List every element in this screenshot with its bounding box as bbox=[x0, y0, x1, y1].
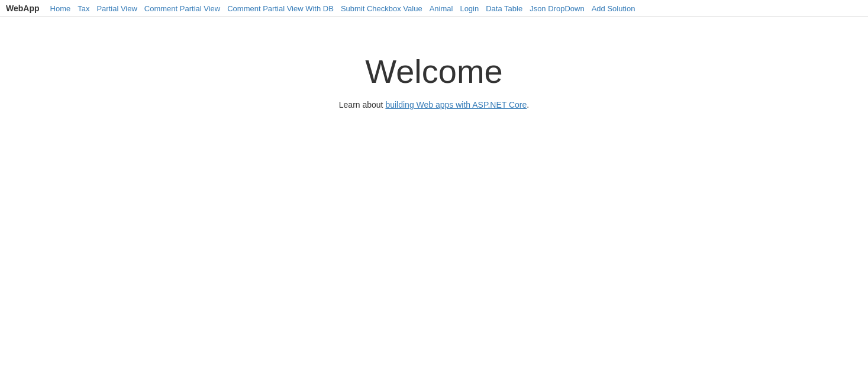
nav-links: HomeTaxPartial ViewComment Partial ViewC… bbox=[47, 4, 639, 13]
subtext-after: . bbox=[527, 100, 529, 109]
nav-link-add-solution[interactable]: Add Solution bbox=[592, 4, 635, 13]
nav-link-submit-checkbox-value[interactable]: Submit Checkbox Value bbox=[341, 4, 422, 13]
nav-link-login[interactable]: Login bbox=[460, 4, 479, 13]
nav-link-json-dropdown[interactable]: Json DropDown bbox=[530, 4, 585, 13]
nav-brand[interactable]: WebApp bbox=[6, 4, 40, 13]
nav-link-data-table[interactable]: Data Table bbox=[486, 4, 522, 13]
welcome-heading: Welcome bbox=[365, 52, 502, 91]
nav-link-comment-partial-view[interactable]: Comment Partial View bbox=[144, 4, 220, 13]
nav-link-home[interactable]: Home bbox=[50, 4, 71, 13]
nav-link-tax[interactable]: Tax bbox=[78, 4, 89, 13]
welcome-subtext: Learn about building Web apps with ASP.N… bbox=[339, 100, 529, 109]
nav-link-animal[interactable]: Animal bbox=[430, 4, 453, 13]
navbar: WebApp HomeTaxPartial ViewComment Partia… bbox=[0, 0, 868, 17]
main-content: Welcome Learn about building Web apps wi… bbox=[0, 17, 868, 109]
subtext-before: Learn about bbox=[339, 100, 386, 109]
aspnetcore-link[interactable]: building Web apps with ASP.NET Core bbox=[385, 100, 527, 109]
nav-link-comment-partial-view-db[interactable]: Comment Partial View With DB bbox=[227, 4, 334, 13]
nav-link-partial-view[interactable]: Partial View bbox=[96, 4, 137, 13]
